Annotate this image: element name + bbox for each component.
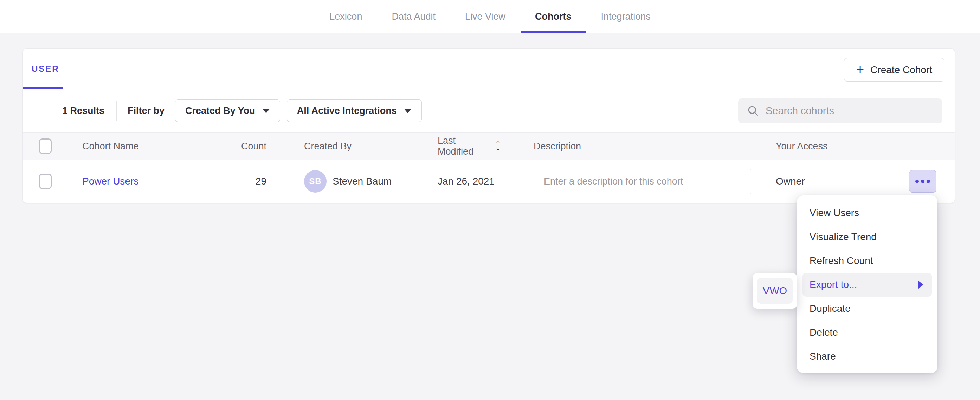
menu-item-refresh-count[interactable]: Refresh Count	[797, 249, 937, 273]
row-checkbox[interactable]	[39, 174, 52, 189]
cohort-count: 29	[207, 176, 266, 187]
tab-live-view[interactable]: Live View	[465, 0, 506, 33]
cohort-name-link[interactable]: Power Users	[82, 176, 138, 186]
last-modified-date: Jan 26, 2021	[400, 176, 501, 187]
tab-user-cohorts[interactable]: USER	[32, 64, 59, 74]
ellipsis-icon	[921, 180, 924, 183]
chevron-down-icon	[404, 108, 412, 113]
table-header-row: Cohort Name Count Created By Last Modifi…	[23, 132, 955, 160]
top-nav-tabs: Lexicon Data Audit Live View Cohorts Int…	[329, 0, 650, 33]
access-level: Owner	[768, 176, 885, 187]
menu-item-share[interactable]: Share	[797, 344, 937, 368]
menu-item-duplicate[interactable]: Duplicate	[797, 296, 937, 320]
search-cohorts-input[interactable]	[765, 105, 934, 117]
menu-item-visualize-trend[interactable]: Visualize Trend	[797, 225, 937, 249]
menu-item-view-users[interactable]: View Users	[797, 201, 937, 225]
creator-name: Steven Baum	[332, 176, 391, 187]
ellipsis-icon	[927, 180, 930, 183]
sort-icon[interactable]: ⌃⌄	[495, 142, 501, 150]
ellipsis-icon	[915, 180, 919, 183]
created-by-dropdown-value: Created By You	[185, 105, 255, 116]
top-navigation-bar: Lexicon Data Audit Live View Cohorts Int…	[0, 0, 980, 33]
integrations-dropdown[interactable]: All Active Integrations	[287, 99, 422, 122]
vertical-divider	[116, 100, 117, 121]
chevron-down-icon	[262, 108, 270, 113]
description-input[interactable]	[534, 169, 752, 194]
header-created-by[interactable]: Created By	[266, 141, 400, 152]
create-cohort-button[interactable]: + Create Cohort	[844, 58, 945, 81]
created-by-dropdown[interactable]: Created By You	[175, 99, 280, 122]
filter-row: 1 Results Filter by Created By You All A…	[23, 89, 955, 132]
header-last-modified[interactable]: Last Modified ⌃⌄	[400, 135, 501, 157]
integrations-dropdown-value: All Active Integrations	[297, 105, 397, 116]
search-cohorts-box[interactable]	[738, 99, 942, 123]
menu-item-export-to[interactable]: Export to...	[802, 273, 932, 296]
results-count: 1 Results	[62, 105, 104, 116]
tab-data-audit[interactable]: Data Audit	[391, 0, 436, 33]
submenu-arrow-icon	[918, 280, 923, 289]
filter-by-label: Filter by	[127, 105, 164, 116]
tab-integrations[interactable]: Integrations	[601, 0, 651, 33]
export-submenu-flyout: VWO	[752, 273, 797, 309]
create-cohort-label: Create Cohort	[870, 64, 932, 76]
header-your-access: Your Access	[768, 141, 885, 152]
header-last-modified-label: Last Modified	[438, 135, 491, 157]
avatar: SB	[304, 170, 326, 193]
row-actions-context-menu: View Users Visualize Trend Refresh Count…	[797, 195, 937, 373]
tab-cohorts[interactable]: Cohorts	[535, 0, 571, 33]
menu-item-delete[interactable]: Delete	[797, 320, 937, 344]
export-to-label: Export to...	[810, 279, 857, 290]
cohort-type-tabs: USER + Create Cohort	[23, 48, 955, 89]
tab-lexicon[interactable]: Lexicon	[329, 0, 362, 33]
row-more-actions-button[interactable]	[909, 170, 936, 193]
header-description: Description	[501, 141, 768, 152]
plus-icon: +	[856, 62, 864, 76]
export-target-vwo[interactable]: VWO	[757, 278, 793, 304]
active-tab-underline	[23, 87, 63, 89]
header-cohort-name[interactable]: Cohort Name	[66, 141, 207, 152]
search-icon	[746, 104, 759, 117]
cohorts-panel: USER + Create Cohort 1 Results Filter by…	[22, 48, 955, 203]
header-count[interactable]: Count	[207, 141, 266, 152]
select-all-checkbox[interactable]	[39, 139, 52, 154]
